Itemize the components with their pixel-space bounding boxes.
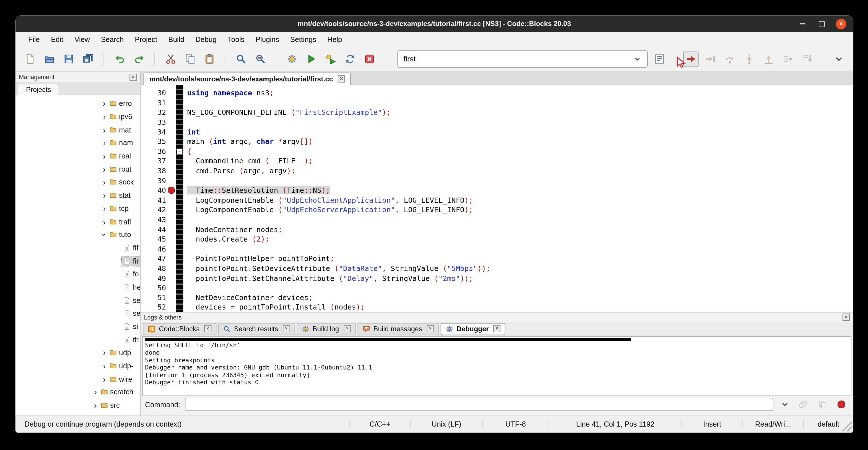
code-line[interactable]: 38 cmd.Parse (argc, argv); — [141, 166, 853, 176]
tree-item[interactable]: se — [16, 294, 140, 307]
logs-tab-close-button[interactable]: × — [344, 325, 351, 332]
abort-button[interactable] — [362, 51, 377, 66]
expand-arrow-icon[interactable]: › — [101, 348, 108, 358]
code-line[interactable]: 34int — [141, 127, 853, 137]
save-all-button[interactable] — [80, 51, 96, 66]
code-line[interactable]: 45 nodes.Create (2); — [141, 234, 853, 244]
debugger-command-input[interactable] — [185, 398, 773, 411]
code-line[interactable]: 52 devices = pointToPoint.Install (nodes… — [141, 302, 853, 312]
run-to-cursor-button[interactable] — [703, 51, 718, 66]
build-and-run-button[interactable] — [323, 51, 338, 66]
logs-tab-code-blocks[interactable]: Code::Blocks× — [143, 323, 216, 335]
step-into-instruction-button[interactable] — [799, 51, 815, 66]
menu-search[interactable]: Search — [96, 33, 129, 45]
expand-arrow-icon[interactable]: › — [92, 387, 99, 397]
build-target-select[interactable]: first — [398, 51, 648, 68]
tree-item[interactable]: ›rout — [16, 162, 140, 176]
code-line[interactable]: 43 — [141, 215, 853, 224]
code-editor[interactable]: 30using namespace ns3;3132NS_LOG_COMPONE… — [141, 85, 853, 312]
expand-arrow-icon[interactable]: › — [101, 191, 108, 200]
code-line[interactable]: 46 — [141, 244, 853, 254]
stop-debugger-button[interactable] — [834, 398, 848, 411]
collapse-arrow-icon[interactable]: › — [100, 231, 109, 238]
tree-item[interactable]: ›nam — [16, 136, 140, 149]
expand-arrow-icon[interactable]: › — [92, 400, 99, 410]
copy-log-button[interactable] — [815, 398, 830, 411]
tree-item[interactable]: se — [16, 307, 140, 320]
rebuild-button[interactable] — [342, 51, 358, 66]
tree-item[interactable]: ›sock — [16, 176, 140, 189]
paste-button[interactable] — [202, 51, 217, 66]
expand-arrow-icon[interactable]: › — [101, 138, 108, 148]
step-into-button[interactable] — [741, 51, 757, 66]
menu-tools[interactable]: Tools — [223, 33, 249, 45]
tree-item[interactable]: ›udp- — [16, 359, 140, 372]
titlebar[interactable]: mnt/dev/tools/source/ns-3-dev/examples/t… — [16, 16, 853, 32]
tree-item[interactable]: ›tcp — [16, 202, 140, 215]
expand-arrow-icon[interactable]: › — [101, 178, 108, 187]
menu-view[interactable]: View — [69, 33, 95, 45]
expand-arrow-icon[interactable]: › — [101, 125, 108, 134]
maximize-button[interactable] — [817, 19, 827, 29]
find-button[interactable] — [233, 51, 249, 66]
menu-plugins[interactable]: Plugins — [251, 33, 284, 45]
expand-arrow-icon[interactable]: › — [101, 164, 108, 174]
menu-project[interactable]: Project — [130, 33, 162, 45]
logs-tab-close-button[interactable]: × — [493, 325, 500, 332]
code-line[interactable]: 47 PointToPointHelper pointToPoint; — [141, 254, 853, 264]
tree-item[interactable]: ›mat — [16, 123, 140, 136]
logs-tab-build-log[interactable]: Build log× — [297, 323, 355, 335]
tree-item[interactable]: si — [16, 320, 140, 333]
menu-file[interactable]: File — [23, 33, 45, 45]
logs-tab-close-button[interactable]: × — [204, 325, 211, 332]
menu-debug[interactable]: Debug — [190, 33, 221, 45]
command-history-button[interactable] — [778, 398, 792, 411]
tree-item[interactable]: fir — [16, 254, 140, 268]
code-line[interactable]: 50 — [141, 283, 853, 293]
menu-build[interactable]: Build — [163, 33, 189, 45]
toolbar-overflow-button[interactable] — [831, 51, 846, 66]
tree-item[interactable]: ›wire — [16, 372, 140, 386]
code-line[interactable]: 41 LogComponentEnable ("UdpEchoClientApp… — [141, 195, 853, 205]
management-close-button[interactable]: × — [129, 73, 137, 81]
logs-tab-close-button[interactable]: × — [427, 325, 434, 332]
expand-arrow-icon[interactable]: › — [101, 151, 108, 161]
step-out-button[interactable] — [761, 51, 776, 66]
open-folder-button[interactable] — [42, 51, 57, 66]
tree-item[interactable]: ›trafl — [16, 215, 140, 228]
code-line[interactable]: 36−{ — [141, 147, 853, 156]
debugger-log[interactable]: Setting SHELL to '/bin/sh'doneSetting br… — [143, 336, 851, 396]
code-line[interactable]: 35main (int argc, char *argv[]) — [141, 137, 853, 147]
code-line[interactable]: 44 NodeContainer nodes; — [141, 224, 853, 234]
tree-item[interactable]: fif — [16, 241, 140, 254]
editor-tab-close-button[interactable]: × — [338, 76, 345, 83]
tree-item[interactable]: ›erro — [16, 97, 140, 110]
code-line[interactable]: 48 pointToPoint.SetDeviceAttribute ("Dat… — [141, 264, 853, 273]
code-line[interactable]: 30using namespace ns3; — [141, 88, 853, 98]
code-line[interactable]: 49 pointToPoint.SetChannelAttribute ("De… — [141, 273, 853, 283]
logs-tab-search-results[interactable]: Search results× — [218, 323, 295, 335]
build-button[interactable] — [284, 51, 299, 66]
editor-tab-first-cc[interactable]: mnt/dev/tools/source/ns-3-dev/examples/t… — [143, 72, 351, 85]
expand-arrow-icon[interactable]: › — [101, 374, 108, 384]
next-instruction-button[interactable] — [780, 51, 795, 66]
logs-tab-debugger[interactable]: Debugger× — [440, 323, 506, 335]
fold-marker[interactable]: − — [177, 148, 183, 154]
minimize-button[interactable] — [797, 19, 808, 29]
redo-button[interactable] — [131, 51, 147, 66]
tree-item[interactable]: ›src — [16, 399, 140, 412]
symbols-list-button[interactable] — [651, 51, 667, 66]
tree-item[interactable]: th — [16, 333, 140, 347]
logs-tab-close-button[interactable]: × — [282, 325, 290, 332]
menu-help[interactable]: Help — [322, 33, 347, 45]
expand-arrow-icon[interactable]: › — [101, 99, 108, 108]
code-line[interactable]: 31 — [141, 98, 853, 108]
tree-item[interactable]: ›real — [16, 149, 140, 162]
expand-arrow-icon[interactable]: › — [101, 217, 108, 227]
copy-button[interactable] — [182, 51, 197, 66]
expand-arrow-icon[interactable]: › — [101, 112, 108, 121]
code-line[interactable]: 42 LogComponentEnable ("UdpEchoServerApp… — [141, 205, 853, 215]
code-line[interactable]: 37 CommandLine cmd (__FILE__); — [141, 156, 853, 166]
code-line[interactable]: 40 Time::SetResolution (Time::NS); — [141, 186, 853, 195]
tree-item[interactable]: ›scratch — [16, 386, 140, 399]
